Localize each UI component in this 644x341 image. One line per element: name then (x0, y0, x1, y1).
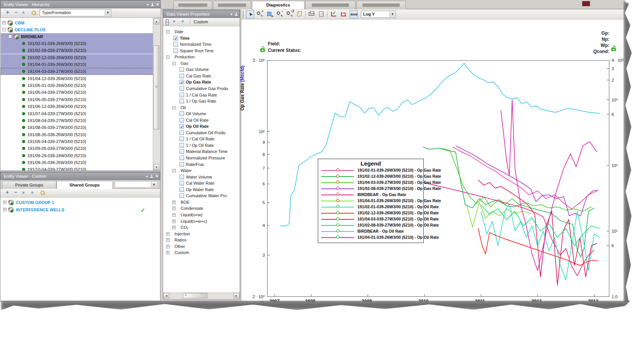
well-row[interactable]: 191/02-08-039-27W3/00 (5210) (1, 47, 153, 54)
scroll-down-icon[interactable]: ▼ (154, 164, 159, 170)
zoom-in-icon[interactable]: + (256, 10, 264, 18)
properties-branch-row[interactable]: −Date (163, 29, 239, 35)
tree-group-row[interactable]: -DECLINE PLUS (1, 26, 153, 33)
log-y-select[interactable]: Log Y ▼ (361, 11, 396, 18)
checkbox-icon[interactable] (179, 193, 184, 198)
properties-leaf-row[interactable]: Op Water Rate (163, 187, 239, 193)
checkbox-icon[interactable] (179, 74, 184, 78)
hierarchy-scrollbar[interactable]: ▲ ▼ (153, 18, 160, 170)
legend-item[interactable]: 191/02-12-039-26W3/00 (5210) - Op Oil Ra… (318, 210, 423, 216)
custom-group-row[interactable]: +CUSTOM GROUP 1 (1, 199, 160, 206)
checkbox-icon[interactable] (179, 130, 184, 135)
checkbox-icon[interactable] (179, 118, 184, 122)
custom-groups-select[interactable]: ▼ (115, 181, 157, 188)
properties-leaf-row[interactable]: Normalized Time (163, 41, 239, 47)
checkbox-icon[interactable] (179, 93, 184, 97)
properties-branch-row[interactable]: −Production (163, 54, 239, 60)
properties-branch-row[interactable]: +Liquid(o+w) (163, 212, 239, 218)
remove-icon[interactable]: − (14, 9, 18, 15)
properties-leaf-row[interactable]: 1 / Op Gas Rate (163, 98, 239, 104)
tab-redacted[interactable] (305, 1, 356, 9)
pointer-icon[interactable]: ➤ (246, 10, 254, 18)
properties-branch-row[interactable]: −Oil (163, 105, 239, 111)
checkbox-icon[interactable] (179, 149, 184, 154)
checkbox-icon[interactable] (179, 67, 184, 72)
expand-icon[interactable]: + (172, 220, 176, 223)
well-row[interactable]: 191/02-12-039-26W3/00 (5210) (1, 54, 153, 61)
checkbox-checked-icon[interactable] (179, 80, 184, 84)
diagnostic-plot-icon[interactable]: ✓ (330, 10, 338, 18)
chart-legend[interactable]: Legend 191/02-01-039-26W3/00 (5210) - Op… (318, 159, 424, 243)
unlock-icon[interactable] (611, 45, 616, 51)
close-tab-red-button[interactable] (582, 1, 590, 6)
well-row[interactable]: 191/02-01-039-26W3/00 (5210) (1, 40, 153, 47)
collapse-icon[interactable]: − (172, 62, 176, 65)
checkbox-icon[interactable] (179, 99, 184, 103)
properties-branch-row[interactable]: −Gas (163, 60, 239, 66)
checkbox-icon[interactable] (173, 42, 178, 47)
legend-item[interactable]: 191/02-08-039-27W3/00 (5210) - Op Gas Ra… (318, 186, 423, 192)
scroll-left-icon[interactable]: ◄ (163, 293, 169, 298)
well-row[interactable]: 191/06-12-039-26W3/00 (5210) (1, 103, 153, 110)
well-row[interactable]: 191/05-01-039-26W3/00 (5210) (1, 82, 153, 89)
checkbox-icon[interactable] (179, 187, 184, 192)
checkbox-icon[interactable] (179, 175, 184, 179)
expand-icon[interactable]: + (172, 213, 176, 217)
custom-group-row[interactable]: +INTERFERENCE WELLS✓ (1, 206, 160, 213)
search-icon[interactable] (40, 190, 45, 196)
well-row[interactable]: 191/04-03-039-27W3/00 (5210) (1, 68, 153, 75)
pan-icon[interactable] (295, 10, 304, 18)
legend-item[interactable]: 191/04-03-039-27W3/00 (5210) - Op Gas Ra… (318, 180, 423, 186)
tree-group-row[interactable]: -BIRDBEAR (1, 33, 153, 40)
collapse-icon[interactable]: - (8, 35, 12, 38)
collapse-icon[interactable]: − (172, 169, 176, 172)
properties-branch-row[interactable]: +Condensate (163, 205, 239, 211)
checkbox-icon[interactable] (179, 162, 184, 167)
expand-all-icon[interactable]: » (171, 20, 177, 23)
tab-private-groups[interactable]: Private Groups (2, 181, 56, 189)
well-row[interactable]: 191/04-01-039-26W3/00 (5210) (1, 61, 153, 68)
properties-branch-row[interactable]: +Other (163, 243, 239, 249)
pin-icon[interactable] (150, 175, 153, 179)
expand-icon[interactable]: + (3, 208, 6, 211)
remove-icon[interactable]: − (14, 189, 17, 195)
tree-group-row[interactable]: +CBM (1, 19, 153, 26)
properties-leaf-row[interactable]: Material Balance Time (163, 148, 239, 154)
expand-icon[interactable]: + (172, 207, 176, 210)
properties-leaf-row[interactable]: Cal Oil Rate (163, 117, 239, 123)
properties-leaf-row[interactable]: Rate/Frac (163, 161, 239, 167)
expand-icon[interactable]: + (172, 226, 176, 229)
collapse-all-icon[interactable]: » (21, 11, 26, 14)
collapse-icon[interactable]: − (166, 30, 170, 34)
expand-icon[interactable]: + (166, 232, 170, 236)
properties-leaf-row[interactable]: Cumulative Oil Produ (163, 130, 239, 136)
legend-item[interactable]: 191/02-01-039-26W3/00 (5210) - Op Gas Ra… (318, 167, 423, 174)
checkbox-icon[interactable] (179, 143, 184, 148)
legend-item[interactable]: BIRDBEAR - Op Gas Rate (318, 192, 423, 198)
properties-leaf-row[interactable]: Time (163, 35, 239, 41)
pin-icon[interactable] (235, 13, 238, 16)
expand-icon[interactable]: + (172, 201, 176, 204)
legend-item[interactable]: 191/02-12-039-26W3/00 (5210) - Op Gas Ra… (318, 174, 423, 180)
legend-item[interactable]: 191/04-03-039-27W3/00 (5210) - Op Oil Ra… (318, 216, 423, 222)
chevron-down-icon[interactable]: ▼ (151, 182, 157, 187)
properties-branch-row[interactable]: +Liquid(o+w+c) (163, 218, 239, 224)
tab-diagnostics[interactable]: Diagnostics (252, 1, 304, 9)
checkbox-icon[interactable] (179, 181, 184, 185)
checkbox-checked-icon[interactable] (179, 124, 184, 129)
properties-leaf-row[interactable]: 1 / Op Oil Rate (163, 142, 239, 148)
legend-item[interactable]: 191/02-08-039-27W3/00 (5210) - Op Oil Ra… (318, 222, 423, 228)
close-icon[interactable]: × (156, 1, 159, 9)
expand-icon[interactable]: + (166, 238, 170, 242)
unlock-icon[interactable] (260, 46, 265, 52)
collapse-icon[interactable]: − (166, 55, 170, 59)
well-row[interactable]: 191/07-04-039-27W3/00 (5210) (1, 110, 153, 117)
chevron-down-icon[interactable]: ▼ (389, 11, 395, 17)
tab-shared-groups[interactable]: Shared Groups (56, 181, 113, 189)
properties-leaf-row[interactable]: Oil Volume (163, 111, 239, 117)
properties-leaf-row[interactable]: Cal Water Rate (163, 180, 239, 186)
well-row[interactable]: 191/08-04-039-27W3/00 (5210) (1, 117, 153, 124)
properties-custom-label[interactable]: Custom (194, 19, 208, 24)
scrollbar-thumb[interactable] (183, 293, 207, 298)
checkbox-icon[interactable] (173, 48, 178, 53)
